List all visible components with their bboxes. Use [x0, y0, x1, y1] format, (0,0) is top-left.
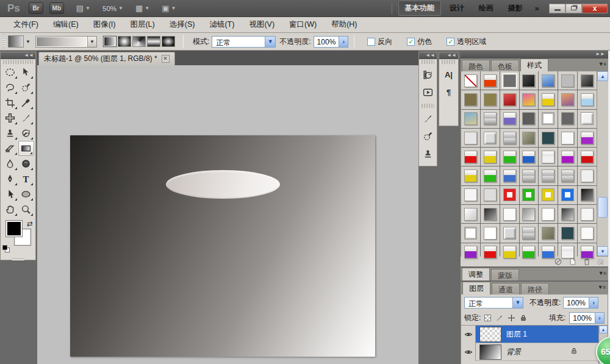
layer-opacity-spinner[interactable]: › — [589, 298, 598, 308]
style-swatch-4[interactable] — [542, 74, 554, 87]
blend-mode-select[interactable]: 正常 ▼ — [212, 36, 276, 48]
style-swatch-51[interactable] — [503, 208, 516, 221]
style-swatch-18[interactable] — [542, 112, 554, 125]
panel-menu-icon[interactable]: ▼≡ — [598, 270, 606, 276]
menu-item-2[interactable]: 图像(I) — [86, 17, 123, 32]
options-bar-grip[interactable] — [2, 35, 5, 48]
gradient-type-reflect-button[interactable] — [147, 36, 160, 47]
document-tab[interactable]: 未标题-1 @ 50% (图层 1, RGB/8) * ✕ — [38, 52, 175, 65]
ellipse-tool[interactable] — [18, 187, 34, 202]
quick-selection-tool[interactable] — [18, 80, 34, 95]
lock-transparency-icon[interactable] — [484, 315, 491, 321]
styles-tab-颜色[interactable]: 颜色 — [462, 60, 490, 71]
style-swatch-29[interactable] — [484, 151, 497, 163]
style-swatch-1[interactable] — [484, 74, 497, 87]
style-swatch-43[interactable] — [484, 188, 497, 201]
style-swatch-22[interactable] — [484, 132, 497, 145]
style-swatch-25[interactable] — [542, 132, 554, 145]
style-swatch-66[interactable] — [522, 246, 535, 259]
style-swatch-44[interactable] — [503, 188, 516, 201]
style-swatch-49[interactable] — [464, 208, 477, 221]
scrollbar-thumb[interactable] — [598, 197, 608, 218]
style-swatch-40[interactable] — [561, 170, 574, 182]
style-swatch-21[interactable] — [464, 132, 477, 145]
style-swatch-57[interactable] — [484, 227, 497, 240]
actions-panel-icon[interactable] — [422, 86, 435, 98]
style-swatch-53[interactable] — [542, 208, 554, 221]
type-tool[interactable]: T — [18, 171, 34, 187]
history-panel-icon[interactable] — [422, 68, 435, 80]
expand-panels-button[interactable]: ►► — [461, 51, 608, 59]
layers-tab-通道[interactable]: 通道 — [492, 283, 520, 294]
elliptical-marquee-tool[interactable] — [2, 65, 18, 80]
style-swatch-14[interactable] — [464, 112, 477, 125]
minimize-button[interactable] — [549, 4, 565, 13]
style-swatch-65[interactable] — [503, 246, 516, 259]
style-swatch-35[interactable] — [464, 170, 477, 182]
pen-tool[interactable] — [2, 171, 18, 187]
eyedropper-tool[interactable] — [18, 95, 34, 110]
swap-colors-icon[interactable]: ⇄ — [27, 219, 33, 228]
style-swatch-31[interactable] — [522, 151, 535, 163]
layer-opacity-input[interactable]: 100% › — [563, 297, 598, 309]
style-swatch-45[interactable] — [522, 188, 535, 201]
style-swatch-62[interactable] — [581, 227, 594, 240]
lock-paint-icon[interactable] — [495, 314, 503, 322]
style-swatch-60[interactable] — [542, 227, 554, 240]
menu-item-4[interactable]: 选择(S) — [162, 17, 203, 32]
zoom-level-dropdown[interactable]: 50% ▼ — [102, 5, 123, 12]
minibridge-button[interactable]: Mb — [49, 2, 64, 14]
menu-item-1[interactable]: 编辑(E) — [46, 17, 86, 32]
style-swatch-9[interactable] — [503, 93, 516, 106]
style-swatch-50[interactable] — [484, 208, 497, 221]
layer-fill-spinner[interactable]: › — [595, 313, 604, 323]
style-swatch-28[interactable] — [464, 151, 477, 163]
layer-fill-input[interactable]: 100% › — [569, 312, 605, 324]
layer-blend-mode-select[interactable]: 正常 ▼ — [464, 297, 523, 309]
style-swatch-16[interactable] — [503, 112, 516, 125]
layer-visibility-toggle[interactable] — [461, 326, 476, 343]
adjust-tab-蒙版[interactable]: 蒙版 — [491, 269, 519, 280]
dock-grip[interactable] — [442, 60, 456, 64]
eraser-tool[interactable] — [2, 141, 18, 156]
workspace-设计[interactable]: 设计 — [443, 1, 470, 15]
style-swatch-10[interactable] — [522, 93, 535, 106]
layers-tab-路径[interactable]: 路径 — [521, 283, 549, 294]
menu-item-7[interactable]: 窗口(W) — [282, 17, 324, 32]
style-swatch-8[interactable] — [484, 93, 497, 106]
style-swatch-20[interactable] — [581, 112, 594, 125]
tool-presets-panel-icon[interactable] — [422, 130, 435, 142]
menu-item-0[interactable]: 文件(F) — [6, 17, 46, 32]
style-swatch-11[interactable] — [542, 93, 554, 106]
style-swatch-26[interactable] — [561, 132, 574, 145]
style-swatch-48[interactable] — [581, 188, 594, 201]
collapse-dock-button[interactable]: ◄◄ — [419, 52, 437, 59]
gradient-type-linear-button[interactable] — [103, 36, 117, 47]
crop-tool[interactable] — [2, 95, 18, 110]
collapse-dock-button[interactable]: ◄◄ — [439, 52, 458, 59]
character-panel-icon[interactable]: A| — [442, 68, 456, 80]
canvas[interactable] — [70, 135, 375, 357]
panel-resize-grip[interactable] — [597, 259, 603, 265]
gradient-picker[interactable]: ▼ — [35, 36, 97, 48]
style-swatch-27[interactable] — [581, 132, 594, 145]
layer-name[interactable]: 图层 1 — [506, 329, 527, 340]
style-swatch-19[interactable] — [561, 112, 574, 125]
scroll-up-icon[interactable]: ▲ — [597, 71, 608, 81]
styles-tab-色板[interactable]: 色板 — [491, 60, 519, 71]
style-swatch-5[interactable] — [561, 74, 574, 87]
style-swatch-54[interactable] — [561, 208, 574, 221]
checkbox-仿色[interactable]: ✓ 仿色 — [407, 37, 432, 47]
opacity-input[interactable]: 100% › — [314, 36, 349, 48]
lock-position-icon[interactable] — [508, 314, 515, 322]
style-swatch-17[interactable] — [522, 112, 535, 125]
checkbox-icon[interactable] — [367, 38, 375, 46]
style-swatch-34[interactable] — [581, 151, 594, 163]
move-tool[interactable] — [18, 65, 34, 80]
gradient-type-diamond-button[interactable] — [162, 36, 175, 47]
screen-mode-dropdown[interactable]: ▣ ▼ — [162, 4, 176, 13]
tools-panel-grip[interactable] — [3, 60, 33, 64]
layer-name[interactable]: 背景 — [506, 347, 521, 357]
more-workspaces-button[interactable]: » — [530, 4, 544, 13]
scrollbar-track[interactable] — [597, 81, 608, 246]
